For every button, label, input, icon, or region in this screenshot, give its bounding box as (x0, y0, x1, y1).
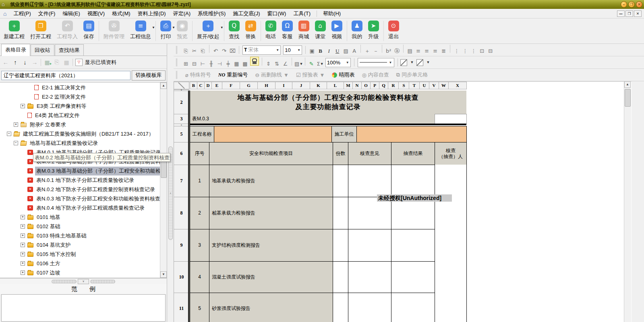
line-style-select[interactable]: ▼ (358, 58, 394, 67)
tree-item[interactable]: ✕表N.0.2 地下防水子分部工程质量控制资料核查记录 (0, 185, 160, 194)
align-center-button[interactable]: ≡ (423, 47, 431, 55)
column-header-B[interactable]: B (190, 82, 197, 89)
move-up-icon[interactable]: ↑ (12, 59, 19, 66)
tab-recycle-bin[interactable]: 回收站 (31, 44, 54, 56)
tree-item[interactable]: +0106 土方 (0, 259, 160, 268)
move-right-icon[interactable]: → (31, 59, 38, 66)
border-box-icon[interactable] (416, 59, 423, 66)
column-header-C[interactable]: C (197, 82, 205, 89)
tree-item[interactable]: +E3类 工程声像资料等 (0, 101, 160, 111)
spot-check-result-cell[interactable] (391, 293, 435, 322)
column-header-W[interactable]: W (439, 82, 449, 89)
spot-check-result-cell[interactable] (391, 197, 435, 229)
menu-item-0[interactable]: 工程(P) (10, 9, 34, 19)
tab-catalog[interactable]: 表格目录 (1, 44, 30, 56)
insert-right-button[interactable]: ⊢ (199, 60, 207, 68)
menu-item-9[interactable]: 窗口(W) (264, 9, 290, 19)
toolbar-new-project-button[interactable]: ＋新建工程 (1, 19, 27, 43)
chevron-down-icon[interactable]: ▼ (284, 72, 289, 78)
copies-cell[interactable] (333, 293, 348, 322)
tree-item[interactable]: E2-1 施工决算文件 (0, 83, 160, 92)
copy-table-icon[interactable]: ⎘ (53, 59, 60, 66)
spot-check-result-cell[interactable] (391, 165, 435, 197)
menu-item-8[interactable]: 施工交底(J) (229, 9, 263, 19)
valign-top-button[interactable]: ⋮ (453, 47, 460, 55)
circled-number-button[interactable]: ⓐ (393, 47, 401, 55)
spot-check-result-cell[interactable] (391, 229, 435, 262)
minimize-icon[interactable]: – (621, 1, 627, 8)
column-header-V[interactable]: V (429, 82, 439, 89)
split-cells-button[interactable]: ▩ (241, 60, 249, 68)
copies-cell[interactable] (333, 261, 348, 293)
template-library-select[interactable]: 辽宁省建筑工程资料库（2021） (1, 71, 130, 80)
shrink-cell-button[interactable]: ⊟ (487, 47, 494, 55)
scroll-down-icon[interactable]: ▼ (160, 271, 167, 278)
row-header-11[interactable]: 11 (174, 293, 189, 322)
column-header-S[interactable]: S (398, 82, 409, 89)
toolbar-store-button[interactable]: ▥商城 (296, 19, 312, 43)
insert-above-button[interactable]: ⊟ (191, 60, 198, 68)
check-opinion-cell[interactable] (348, 293, 391, 322)
copies-cell[interactable] (333, 229, 348, 262)
insert-column-button[interactable]: ⊣ (216, 60, 224, 68)
column-header-Q[interactable]: Q (379, 82, 388, 89)
cut-button[interactable]: ✂ (191, 47, 198, 55)
tree-scrollbar[interactable]: ▲ ▼ (160, 83, 167, 278)
column-header-J[interactable]: J (292, 82, 310, 89)
column-header-N[interactable]: N (352, 82, 362, 89)
mdi-minimize-icon[interactable]: — (617, 10, 625, 17)
border-box-dropdown[interactable]: ▼ (424, 58, 432, 67)
fit-cell-button[interactable]: ⊡ (478, 47, 486, 55)
check-opinion-cell[interactable] (348, 197, 391, 229)
column-header-L[interactable]: L (327, 82, 344, 89)
chevron-down-icon[interactable]: ▼ (320, 72, 325, 78)
row-header-7[interactable]: 7 (174, 165, 189, 197)
column-header-G[interactable]: G (240, 82, 258, 89)
column-header-P[interactable]: P (370, 82, 379, 89)
tree-expander-icon[interactable]: + (21, 252, 25, 256)
mdi-restore-icon[interactable]: ❐ (625, 10, 633, 17)
lock-cells-button[interactable] (250, 57, 259, 66)
tree-expander-icon[interactable]: + (21, 270, 25, 275)
tree-item[interactable]: ✕表N.0.4 地下防水子分部工程观感质量检查记录 (0, 203, 160, 213)
tree-expander-icon[interactable]: + (21, 215, 25, 219)
collapse-button[interactable]: ∨ (78, 279, 89, 284)
row-spacing-up-button[interactable]: ⇕ (265, 60, 272, 68)
fill-color-button[interactable]: ▨ (342, 47, 350, 55)
format-painter-button[interactable]: ✎ (308, 60, 315, 68)
menu-item-4[interactable]: 格式(M) (108, 9, 134, 19)
toolbar-replace-button[interactable]: ⇄替换 (242, 19, 259, 43)
check-item-cell[interactable]: 支护结构强度检测报告 (209, 229, 333, 262)
menu-item-2[interactable]: 编辑(E) (59, 9, 83, 19)
menu-item-3[interactable]: 视图(V) (84, 9, 108, 19)
scroll-up-icon[interactable]: ▲ (624, 81, 631, 88)
check-item-cell[interactable]: 桩基承载力检验报告 (209, 197, 333, 229)
check-opinion-cell[interactable] (348, 261, 391, 293)
insert-image-button[interactable]: ▧▼ (294, 60, 302, 68)
project-name-input-cell[interactable] (214, 126, 332, 142)
add-table-icon[interactable]: ▦+ (43, 59, 51, 66)
checker-merged-cell[interactable] (435, 165, 467, 322)
bold-button[interactable]: B (317, 47, 324, 55)
row-header-2[interactable]: 2 (174, 91, 189, 114)
tree-expander-icon[interactable]: − (14, 141, 18, 145)
decrease-font-button[interactable]: － (372, 47, 379, 55)
tree-item[interactable]: +0101 地基 (0, 213, 160, 222)
font-family-select[interactable]: T 宋体 ▼ (242, 45, 281, 55)
row-header-3[interactable]: 3 (174, 114, 189, 124)
tree-item[interactable]: +附录F 立卷要求 (0, 120, 160, 129)
row-number-cell[interactable]: 4 (190, 261, 209, 293)
tree-expander-icon[interactable]: + (14, 122, 18, 127)
tree-item[interactable]: +0103 特殊土地基基础 (0, 231, 160, 240)
row-header-8[interactable]: 8 (174, 197, 189, 229)
check-opinion-cell[interactable] (348, 165, 391, 197)
switch-template-button[interactable]: 切换模板库 (132, 70, 166, 80)
column-header-E[interactable]: E (211, 82, 222, 89)
column-header-I[interactable]: I (275, 82, 292, 89)
redo-button[interactable]: ↷ (220, 47, 228, 55)
tree-item[interactable]: +0104 基坑支护 (0, 240, 160, 250)
row-header-6[interactable]: 6 (174, 142, 189, 165)
column-header-F[interactable]: F (222, 82, 240, 89)
superscript-button[interactable]: b² (385, 47, 392, 55)
increase-font-button[interactable]: ＋ (363, 47, 371, 55)
